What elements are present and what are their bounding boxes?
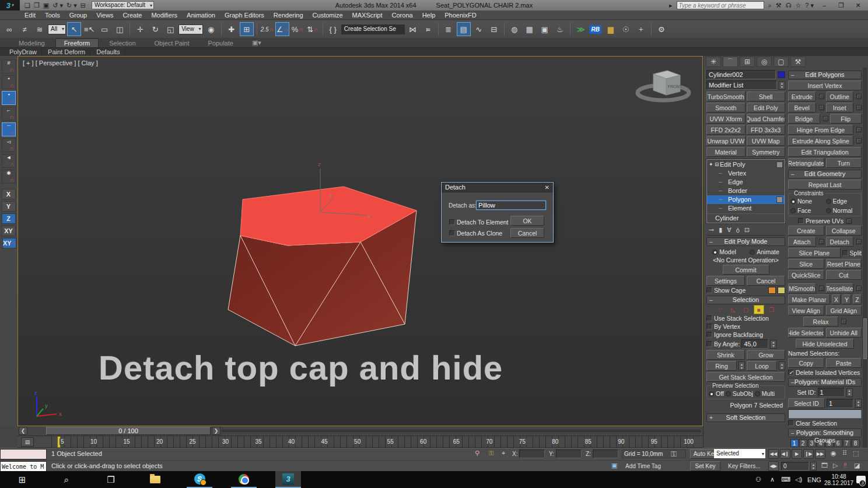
detach-as-field[interactable] bbox=[476, 201, 546, 210]
show-cage-checkbox[interactable] bbox=[706, 287, 712, 293]
ribbon-subtab[interactable]: Paint Deform bbox=[43, 48, 90, 55]
cage-selected-color-swatch[interactable] bbox=[778, 287, 785, 294]
menu-item[interactable]: MAXScript bbox=[348, 12, 387, 19]
menu-item[interactable]: Rendering bbox=[269, 12, 308, 19]
snaps-toggle-icon[interactable]: 2.5∩ bbox=[260, 22, 274, 36]
dialog-cancel-button[interactable]: Cancel bbox=[510, 228, 544, 238]
stack-row[interactable]: Element bbox=[707, 204, 785, 213]
modifier-preset-button[interactable]: Symmetry bbox=[747, 147, 786, 157]
model-radio[interactable]: Model bbox=[712, 248, 736, 255]
file-explorer-icon[interactable] bbox=[142, 471, 168, 488]
menu-item[interactable]: Graph Editors bbox=[220, 12, 269, 19]
go-to-end-icon[interactable]: ▶▶ bbox=[815, 449, 825, 459]
hide-selected-button[interactable]: Hide Selected bbox=[788, 328, 824, 338]
edit-named-selection-sets-icon[interactable]: { } bbox=[326, 22, 340, 36]
smoothing-group-button[interactable]: 1 bbox=[790, 439, 799, 447]
project-folder-icon[interactable]: ⊟ bbox=[80, 2, 86, 9]
tessellate-settings-box[interactable] bbox=[856, 286, 862, 291]
split-checkbox[interactable] bbox=[842, 250, 848, 256]
rollout-soft-selection[interactable]: Soft Selection bbox=[706, 413, 785, 422]
attach-button[interactable]: Attach bbox=[788, 237, 816, 247]
add-time-tag-label[interactable]: Add Time Tag bbox=[625, 463, 661, 469]
slice-button[interactable]: Slice bbox=[788, 259, 824, 269]
set-id-spinner[interactable] bbox=[846, 388, 853, 397]
dialog-titlebar[interactable]: Detach ✕ bbox=[442, 182, 553, 192]
key-mode-toggle-icon[interactable]: ◉ bbox=[831, 450, 836, 457]
grid-align-button[interactable]: Grid Align bbox=[826, 306, 862, 315]
stack-row[interactable]: Edit Poly bbox=[707, 160, 785, 169]
stack-row[interactable]: Edge bbox=[707, 178, 785, 187]
planar-x-button[interactable]: X bbox=[832, 294, 841, 304]
extrude-button[interactable]: Extrude bbox=[788, 92, 816, 101]
preserve-uvs-settings-box[interactable] bbox=[846, 219, 852, 224]
make-planar-button[interactable]: Make Planar bbox=[788, 294, 830, 304]
render-production-icon[interactable]: ♨ bbox=[553, 22, 567, 36]
select-by-name-icon[interactable]: ≡↖ bbox=[82, 22, 96, 36]
smoothing-group-button[interactable]: 8 bbox=[852, 439, 860, 447]
show-end-result-icon[interactable]: ▮ bbox=[719, 226, 722, 234]
ignore-backfacing-checkbox[interactable] bbox=[706, 332, 712, 338]
rollout-edit-geometry[interactable]: Edit Geometry bbox=[788, 170, 862, 178]
animate-radio[interactable]: Animate bbox=[750, 248, 779, 255]
scrollbar-thumb[interactable] bbox=[863, 318, 867, 359]
task-view-icon[interactable]: ❐ bbox=[98, 471, 124, 488]
ok-button[interactable]: OK bbox=[510, 216, 544, 226]
insert-vertex-button[interactable]: Insert Vertex bbox=[788, 80, 862, 90]
schematic-view-icon[interactable]: ⊟ bbox=[487, 22, 501, 36]
view-align-button[interactable]: View Align bbox=[788, 306, 824, 315]
ribbon-toggle-icon[interactable]: ▤ bbox=[457, 22, 471, 36]
rb-plugin-icon[interactable]: RB bbox=[589, 22, 603, 36]
cancel-operation-button[interactable]: Cancel bbox=[747, 276, 785, 286]
tray-chevron-icon[interactable]: ∧ bbox=[766, 471, 778, 488]
select-object-icon[interactable]: ↖ bbox=[67, 22, 81, 36]
constraint-none-radio[interactable]: None bbox=[790, 198, 824, 205]
key-step-icon[interactable]: ◀▶ bbox=[768, 461, 779, 471]
detach-as-clone-checkbox[interactable]: Detach As Clone bbox=[449, 230, 502, 237]
tab-modify-icon[interactable]: ⌒ bbox=[723, 57, 738, 67]
tab-motion-icon[interactable]: ◎ bbox=[757, 57, 772, 67]
slice-plane-button[interactable]: Slice Plane bbox=[788, 248, 841, 258]
time-back-arrow[interactable]: ❮ bbox=[19, 427, 27, 435]
menu-item[interactable]: Animation bbox=[182, 12, 220, 19]
people-tray-icon[interactable]: ⚇ bbox=[751, 471, 765, 488]
tab-create-icon[interactable]: ✳ bbox=[706, 57, 721, 67]
commit-button[interactable]: Commit bbox=[723, 265, 769, 275]
msmooth-button[interactable]: MSmooth bbox=[788, 283, 816, 293]
select-id-spinner[interactable] bbox=[855, 399, 862, 408]
volume-tray-icon[interactable]: ◁) bbox=[792, 471, 805, 488]
preview-subobj-radio[interactable]: SubObj bbox=[726, 390, 753, 397]
viewport-label[interactable]: [ + ] [ Perspective ] [ Clay ] bbox=[23, 59, 98, 66]
maximize-viewport-icon[interactable]: ◪ bbox=[854, 462, 860, 469]
max-logo-button[interactable]: 3 bbox=[0, 0, 20, 10]
axis-constraint-button[interactable]: XY bbox=[2, 226, 16, 236]
infocenter-arrow-icon[interactable]: ▸ bbox=[669, 2, 673, 9]
rollout-smoothing-groups[interactable]: Polygon: Smoothing Groups bbox=[788, 429, 862, 437]
unlink-selection-icon[interactable]: ≠ bbox=[18, 22, 32, 36]
bridge-settings-box[interactable] bbox=[823, 116, 828, 121]
spline-settings-box[interactable] bbox=[856, 138, 862, 143]
by-angle-spinner[interactable] bbox=[770, 340, 776, 349]
render-setup-icon[interactable]: ▦ bbox=[523, 22, 537, 36]
frame-spinner[interactable] bbox=[810, 462, 817, 471]
isolate-cube-icon[interactable]: ⬚ bbox=[853, 450, 859, 457]
workspace-dropdown[interactable]: Workspace: Default bbox=[92, 1, 154, 9]
communication-icon[interactable]: ☊ bbox=[786, 2, 792, 9]
isolate-selection-icon[interactable]: ▣ bbox=[611, 462, 617, 469]
stack-row[interactable]: Vertex bbox=[707, 169, 785, 178]
absolute-mode-icon[interactable]: ⌖ bbox=[502, 450, 505, 457]
tab-hierarchy-icon[interactable]: ⊞ bbox=[740, 57, 755, 67]
select-id-button[interactable]: Select ID bbox=[788, 398, 825, 408]
axis-constraint-button[interactable]: XY bbox=[2, 238, 16, 248]
axis-constraint-button[interactable]: Z bbox=[2, 213, 16, 224]
hinge-settings-box[interactable] bbox=[856, 127, 862, 132]
hexagonal-prism[interactable] bbox=[228, 187, 416, 346]
constraint-face-radio[interactable]: Face bbox=[790, 207, 824, 214]
material-editor-icon[interactable]: ◍ bbox=[508, 22, 522, 36]
start-button[interactable]: ⊞ bbox=[9, 471, 35, 488]
smoothing-group-button[interactable]: 7 bbox=[843, 439, 851, 447]
viewcube[interactable]: FRONT bbox=[631, 64, 695, 106]
quickslice-button[interactable]: QuickSlice bbox=[788, 270, 824, 280]
corona-sphere-icon[interactable]: ☉ bbox=[619, 22, 633, 36]
hide-unselected-button[interactable]: Hide Unselected bbox=[796, 339, 854, 349]
go-to-start-icon[interactable]: ◀◀ bbox=[768, 449, 779, 459]
